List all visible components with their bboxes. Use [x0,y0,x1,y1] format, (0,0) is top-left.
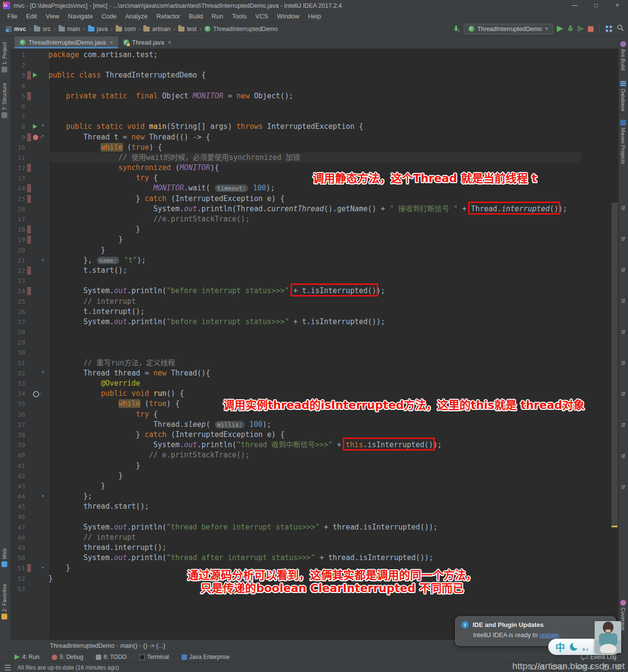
code-line-49[interactable]: 49 thread.interrupt(); [11,543,611,553]
code-line-46[interactable]: 46 [11,512,611,522]
debug-button[interactable] [567,25,574,33]
code-line-39[interactable]: 39 System.out.println("thread 收到中断信号>>>"… [11,440,611,450]
fold-marker[interactable]: ▴ [42,256,44,262]
code-line-11[interactable]: 11 // 使用wait的时候，必须要使用synchronized 加锁 [11,153,611,163]
code-line-26[interactable]: 26 t.interrupt(); [11,307,611,317]
breadcrumb-item-src[interactable]: src [33,26,52,32]
code-line-45[interactable]: 45 thread.start(); [11,501,611,512]
code-line-25[interactable]: 25 // interrupt [11,297,611,307]
code-line-40[interactable]: 40 // e.printStackTrace(); [11,450,611,460]
code-line-18[interactable]: 18 } [11,224,611,234]
tool-strip-button-1: Project[interactable]: 1: Project [1,42,7,72]
tool-button-6: TODO[interactable]: 6: TODO [96,654,127,660]
breadcrumb-item-com[interactable]: com [115,26,137,32]
fold-marker[interactable]: ▾ [42,369,44,375]
code-line-4[interactable]: 4 [11,81,611,91]
settings-grid-icon[interactable] [606,26,608,28]
code-line-42[interactable]: 42 } [11,471,611,481]
code-line-19[interactable]: 19 } [11,234,611,245]
tool-button-Java Enterprise[interactable]: Java Enterprise [182,654,230,660]
run-gutter-icon[interactable] [33,73,37,78]
close-icon[interactable]: × [110,39,113,46]
breadcrumb-item-java[interactable]: java [87,26,109,32]
breadcrumb-item-mvc[interactable]: mvc [5,26,27,32]
menu-refactor[interactable]: Refactor [152,11,184,21]
code-line-31[interactable]: 31 // 重写run方法，定义线程 [11,358,611,368]
code-line-22[interactable]: 22 t.start(); [11,266,611,276]
run-button[interactable] [557,26,563,32]
code-line-27[interactable]: 27 System.out.println("before interrupt … [11,317,611,327]
code-line-3[interactable]: 3public class ThreadInterruptedDemo { [11,70,611,80]
lambda-gutter-icon[interactable] [33,134,42,141]
code-line-8[interactable]: 8▾ public static void main(String[] args… [11,122,611,132]
menu-window[interactable]: Window [273,11,304,21]
tool-strip-button-Ant Build[interactable]: Ant Build [620,41,626,70]
run-gutter-icon[interactable] [33,124,37,129]
menu-run[interactable]: Run [207,11,228,21]
menu-view[interactable]: View [41,11,63,21]
code-line-5[interactable]: 5 private static final Object MONITOR = … [11,91,611,101]
tab-Thread.java[interactable]: Thread.java× [118,36,176,48]
breadcrumb-item-test[interactable]: test [177,26,198,32]
breadcrumb-item-ThreadInterruptedDemo[interactable]: ThreadInterruptedDemo [203,26,278,32]
tool-strip-button-Maven Projects[interactable]: Maven Projects [620,120,626,164]
tool-strip-button-Database[interactable]: Database [620,81,626,111]
run-with-coverage-button[interactable] [578,26,584,32]
search-everywhere-icon[interactable] [617,24,624,33]
editor-scrollbar[interactable] [611,49,618,640]
tool-strip-button-Web[interactable]: Web [1,548,7,567]
code-line-41[interactable]: 41 } [11,461,611,471]
tab-ThreadInterruptedDemo.java[interactable]: ThreadInterruptedDemo.java× [15,36,118,48]
code-editor[interactable]: 1package com.artisan.test;23public class… [11,49,618,640]
close-button[interactable]: × [607,0,628,11]
code-line-7[interactable]: 7 [11,111,611,122]
tool-strip-button-7: Structure[interactable]: 7: Structure [1,83,7,118]
code-line-33[interactable]: 33 @Override [11,378,611,389]
code-line-32[interactable]: 32▾ Thread thread = new Thread(){ [11,368,611,378]
code-line-37[interactable]: 37 Thread.sleep( millis: 100); [11,420,611,430]
editor-breadcrumb-() -> {...}[interactable]: () -> {...} [143,642,166,649]
menu-analyze[interactable]: Analyze [121,11,152,21]
code-line-2[interactable]: 2 [11,60,611,70]
tool-button-5: Debug[interactable]: 5: Debug [52,654,83,660]
fold-marker[interactable]: ▴ [42,564,44,569]
menu-edit[interactable]: Edit [22,11,41,21]
code-line-10[interactable]: 10 while (true) { [11,142,611,153]
code-line-6[interactable]: 6 [11,101,611,111]
code-line-17[interactable]: 17 //e.printStackTrace(); [11,214,611,224]
tool-button-Terminal[interactable]: Terminal [139,654,169,660]
menu-build[interactable]: Build [184,11,207,21]
menu-help[interactable]: Help [304,11,325,21]
code-line-43[interactable]: 43 } [11,481,611,491]
code-line-21[interactable]: 21▴ }, name: "t"); [11,255,611,266]
fold-marker[interactable]: ▴ [42,492,44,498]
code-line-44[interactable]: 44▴ }; [11,491,611,501]
fold-marker[interactable]: ▾ [42,133,44,139]
menu-file[interactable]: File [3,11,22,21]
code-line-20[interactable]: 20 } [11,245,611,255]
breadcrumb-item-main[interactable]: main [58,26,81,32]
code-line-29[interactable]: 29 [11,337,611,347]
tool-button-4: Run[interactable]: 4: Run [15,654,39,660]
update-link[interactable]: update [539,631,559,639]
menu-vcs[interactable]: VCS [251,11,273,21]
editor-breadcrumb-main()[interactable]: main() [120,642,137,649]
code-line-48[interactable]: 48 // interrupt [11,532,611,543]
maximize-button[interactable]: □ [585,0,607,11]
tool-strip-button-2: Favorites[interactable]: 2: Favorites [1,584,7,619]
menu-navigate[interactable]: Navigate [63,11,97,21]
code-line-50[interactable]: 50 System.out.println("thread after inte… [11,553,611,563]
code-line-9[interactable]: 9▾ Thread t = new Thread(() -> { [11,132,611,142]
tool-window-switcher-icon[interactable] [5,665,11,671]
override-gutter-icon[interactable] [33,391,43,397]
code-line-38[interactable]: 38 } catch (InterruptedException e) { [11,430,611,440]
menu-code[interactable]: Code [97,11,121,21]
code-line-28[interactable]: 28 [11,327,611,337]
scrollbar-thumb[interactable] [612,203,618,528]
code-line-47[interactable]: 47 System.out.println("thread before int… [11,522,611,532]
editor-breadcrumb-ThreadInterruptedDemo[interactable]: ThreadInterruptedDemo [50,642,114,649]
minimize-button[interactable]: — [564,0,585,11]
profiler-button[interactable] [588,26,594,32]
breadcrumb-item-artisan[interactable]: artisan [142,26,171,32]
menu-tools[interactable]: Tools [228,11,251,21]
